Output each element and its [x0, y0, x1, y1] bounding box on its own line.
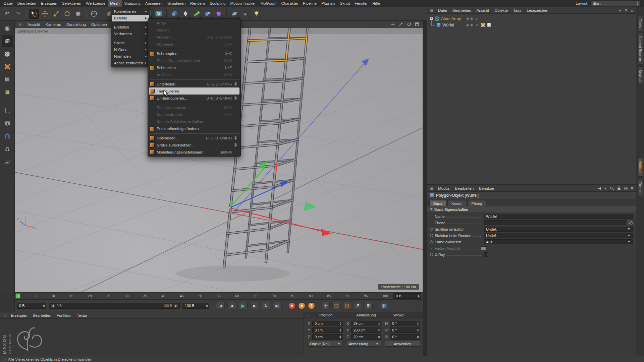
tab-koord[interactable]: Koord.	[447, 200, 466, 206]
mesh-menu-item[interactable]: Erstellen	[111, 24, 150, 31]
rotate-tool[interactable]	[62, 9, 72, 19]
undo-button[interactable]: ↶	[2, 9, 12, 19]
panel-grid-icon[interactable]	[306, 313, 310, 317]
mesh-menu-item[interactable]: N-Gons	[111, 46, 150, 53]
record-keyframe-button[interactable]	[288, 302, 296, 309]
submenu-item[interactable]	[148, 48, 240, 50]
submenu-item[interactable]: Ablösen... U~D, U~Shift+D	[148, 34, 240, 41]
material-menu-item[interactable]: Erzeugen	[8, 313, 30, 317]
gizmo-x-arrowhead-icon[interactable]	[321, 229, 332, 236]
range-start-field[interactable]: 0 B	[17, 303, 46, 309]
attribute-menu-item[interactable]: Benutzer	[476, 186, 497, 190]
add-spline-button[interactable]	[180, 9, 191, 19]
angle-p-field[interactable]: 0 °	[390, 327, 420, 333]
options-gear-icon[interactable]	[234, 136, 238, 140]
menubar-item[interactable]: Hilfe	[370, 0, 382, 7]
mesh-menu-item[interactable]	[111, 21, 150, 24]
texture-mode-button[interactable]	[2, 48, 13, 60]
viewport-menu-item[interactable]: Darstellung	[64, 22, 89, 26]
recent-tools-button[interactable]	[73, 9, 83, 19]
quantize-button[interactable]	[2, 143, 13, 155]
panel-grid-icon[interactable]	[19, 23, 22, 26]
menubar-item[interactable]: Charakter	[279, 0, 301, 7]
size-mode-dropdown[interactable]: Abmessung	[346, 341, 382, 347]
object-manager-menu-item[interactable]: Datei	[435, 8, 450, 12]
stepper-icon[interactable]	[339, 329, 341, 332]
menubar-item[interactable]: MoGraph	[258, 0, 279, 7]
menubar-item[interactable]: Bearbeiten	[15, 0, 39, 7]
size-y-field[interactable]: 200 cm	[351, 327, 382, 333]
layout-select[interactable]: Start	[590, 1, 641, 6]
render-settings-button[interactable]	[154, 9, 164, 19]
preview-range-slider[interactable]: ◀ 0 B 100 B ▶	[49, 303, 180, 309]
panel-menu-icon[interactable]: ≡	[631, 186, 633, 191]
submenu-item[interactable]	[148, 132, 240, 134]
viewport-menu-item[interactable]: Optionen	[89, 22, 110, 26]
enabled-check-icon[interactable]: ✓	[475, 23, 479, 27]
menubar-item[interactable]: Fenster	[352, 0, 370, 7]
submenu-item[interactable]: Punktreihenfolge ändern	[148, 125, 240, 132]
scale-tool[interactable]	[51, 9, 61, 19]
simulate-button[interactable]	[214, 9, 224, 19]
lock-icon[interactable]	[617, 186, 621, 190]
polygon-mode-button[interactable]	[2, 86, 13, 98]
render-visibility-dot[interactable]	[470, 17, 473, 20]
attribute-menu-item[interactable]: Bearbeiten	[452, 186, 477, 190]
stepper-icon[interactable]	[378, 329, 380, 332]
material-menu-item[interactable]: Funktion	[54, 313, 74, 317]
object-manager-menu-item[interactable]: Lesezeichen	[524, 8, 551, 12]
floor-button[interactable]	[229, 9, 239, 19]
submenu-item[interactable]: Klonen	[148, 26, 240, 34]
mesh-menu-item[interactable]: Befehle	[112, 15, 149, 21]
autokey-button[interactable]	[298, 302, 305, 309]
stepper-icon[interactable]	[417, 329, 419, 332]
submenu-item[interactable]: Auflösen M~N	[148, 71, 240, 78]
range-left-handle[interactable]: ◀	[50, 303, 55, 308]
viewport-solo-button[interactable]	[2, 118, 13, 129]
submenu-item[interactable]: Unterteilen... U~S, U~Shift+S	[148, 80, 240, 87]
edge-mode-button[interactable]	[2, 74, 13, 85]
light-button[interactable]	[252, 9, 262, 19]
stepper-icon[interactable]	[417, 336, 419, 339]
submenu-item[interactable]	[148, 102, 240, 104]
ebene-field[interactable]	[484, 220, 626, 225]
submenu-item[interactable]: Schrumpfen U~C	[148, 50, 240, 57]
panel-grid-icon[interactable]	[430, 9, 433, 12]
menubar-item[interactable]: Erzeugen	[38, 0, 59, 7]
coords-mode-dropdown[interactable]: Objekt (Rel)	[307, 341, 343, 347]
timeline-ruler[interactable]: 0510152025303540455055606570758085909510…	[15, 293, 423, 300]
animation-dot-icon[interactable]	[430, 240, 433, 243]
submenu-item[interactable]: Schmelzen U~Z	[148, 64, 240, 71]
current-frame-field[interactable]: 0 B	[393, 293, 421, 299]
options-gear-icon[interactable]	[234, 96, 238, 100]
angle-b-field[interactable]: 0 °	[390, 334, 420, 340]
object-manager-menu-item[interactable]: Ansicht	[474, 8, 492, 12]
timeline-ruler-track[interactable]: 0510152025303540455055606570758085909510…	[15, 293, 391, 299]
submenu-item[interactable]: Un-triangulieren... U~U, U~Shift+U	[148, 95, 240, 102]
options-gear-icon[interactable]	[234, 82, 238, 86]
coordinate-system-button[interactable]	[89, 9, 99, 19]
panel-grid-icon[interactable]	[430, 187, 433, 190]
loop-button[interactable]: ↻	[262, 302, 270, 309]
add-primitive-button[interactable]	[169, 9, 179, 19]
sichtbar-editor-dropdown[interactable]: Undef.	[484, 227, 633, 232]
viewport-pan-icon[interactable]	[390, 22, 395, 27]
menubar-item[interactable]: Mesh	[108, 0, 122, 7]
timeline-panel-button[interactable]	[380, 302, 388, 309]
material-menu-item[interactable]: Textur	[74, 313, 90, 317]
object-manager-menu-item[interactable]: Tags	[511, 8, 524, 12]
axis-mode-button[interactable]	[2, 105, 13, 117]
menubar-item[interactable]: Datei	[1, 0, 15, 7]
gizmo-origin[interactable]	[229, 207, 231, 209]
submenu-item[interactable]: Array	[148, 19, 240, 26]
xray-checkbox[interactable]	[484, 252, 488, 257]
point-mode-button[interactable]	[2, 61, 13, 72]
history-up-icon[interactable]: ▲	[604, 186, 607, 190]
mesh-menu-item[interactable]: Konvertieren	[111, 8, 150, 15]
scroll-down-icon[interactable]: ▼	[625, 8, 628, 12]
volume-button[interactable]	[203, 9, 213, 19]
sichtbar-rendern-dropdown[interactable]: Undef.	[484, 233, 633, 238]
enabled-check-icon[interactable]: ✓	[475, 16, 479, 21]
scroll-up-icon[interactable]: ▲	[618, 8, 622, 12]
mesh-menu-item[interactable]: Normalen	[111, 53, 150, 60]
